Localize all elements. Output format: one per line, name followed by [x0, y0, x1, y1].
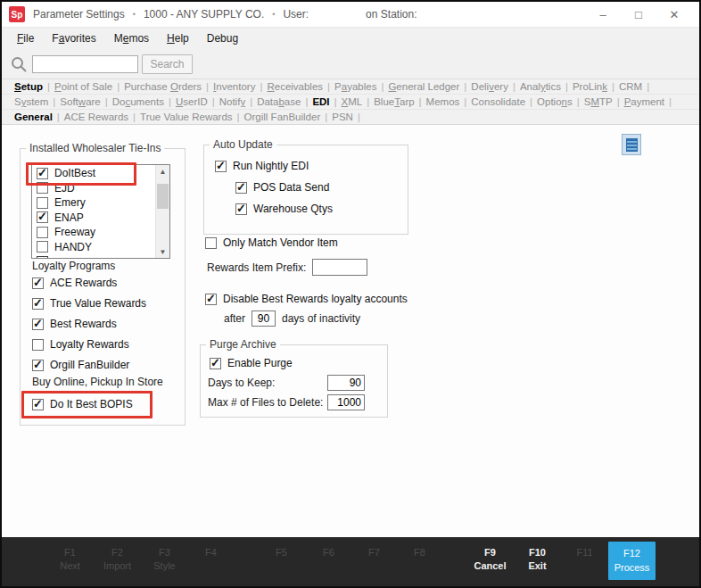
checkbox-row-best-rewards[interactable]: Best Rewards — [32, 318, 146, 330]
wholesaler-listbox[interactable]: DoItBestEJDEmeryENAPFreewayHANDY ▲ ▼ — [31, 164, 170, 259]
tab-orgill-fanbuilder[interactable]: Orgill FanBuilder — [240, 112, 326, 122]
tab-point-of-sale[interactable]: Point of Sale — [50, 81, 117, 92]
tab-xml[interactable]: XML — [337, 96, 367, 107]
checkbox-loyalty-rewards[interactable] — [32, 339, 44, 351]
checkbox-disable-best-rewards-loyalty-accounts[interactable] — [205, 294, 217, 305]
checkbox-enap[interactable] — [37, 211, 48, 223]
checkbox-row-run-nightly-edi[interactable]: Run Nightly EDI — [215, 160, 333, 172]
checkbox-row-handy[interactable]: HANDY — [32, 240, 154, 255]
tab-receivables[interactable]: Receivables — [262, 81, 327, 92]
checkbox-row-freeway[interactable]: Freeway — [32, 225, 154, 240]
tab-general[interactable]: General — [10, 112, 57, 122]
checkbox-true-value-rewards[interactable] — [32, 298, 44, 310]
tab-documents[interactable]: Documents — [108, 96, 169, 107]
checkbox-pos-data-send[interactable] — [235, 182, 247, 194]
fnkey-f10[interactable]: F10Exit — [514, 546, 561, 574]
checkbox-row-enap[interactable]: ENAP — [32, 211, 154, 226]
checkbox-warehouse-qtys[interactable] — [235, 203, 247, 215]
inactivity-days-input[interactable] — [252, 311, 276, 327]
rewards-item-prefix-row: Rewards Item Prefix: — [207, 259, 367, 276]
checkbox-handy[interactable] — [37, 241, 48, 253]
fnkey-f12[interactable]: F12Process — [608, 542, 656, 580]
menu-file[interactable]: File — [8, 32, 43, 45]
search-button[interactable]: Search — [142, 54, 193, 74]
tab-inventory[interactable]: Inventory — [209, 81, 260, 92]
tab-purchase-orders[interactable]: Purchase Orders — [120, 81, 206, 92]
checkbox-run-nightly-edi[interactable] — [215, 161, 227, 172]
checkbox-emery[interactable] — [37, 197, 48, 209]
menu-help[interactable]: Help — [158, 32, 198, 45]
checkbox-row-enable-purge[interactable]: Enable Purge — [210, 357, 293, 369]
loyalty-checkbox-list: ACE RewardsTrue Value RewardsBest Reward… — [32, 277, 146, 371]
checkbox-enable-purge[interactable] — [210, 358, 221, 369]
tab-psn[interactable]: PSN — [327, 112, 358, 122]
tab-notify[interactable]: Notify — [215, 96, 250, 107]
tab-setup[interactable]: Setup — [10, 81, 47, 92]
checkbox-freeway[interactable] — [37, 227, 48, 238]
fnkey-f1[interactable]: F1Next — [46, 546, 94, 574]
tab-crm[interactable]: CRM — [614, 81, 647, 92]
scroll-up-icon[interactable]: ▲ — [156, 165, 169, 178]
tab-payables[interactable]: Payables — [330, 81, 381, 92]
title-station-label: on Station: — [366, 8, 416, 21]
fnkey-f2[interactable]: F2Import — [94, 546, 141, 574]
tab-payment[interactable]: Payment — [620, 96, 669, 107]
menu-bar: FileFavoritesMemosHelpDebug — [2, 27, 699, 49]
tab-true-value-rewards[interactable]: True Value Rewards — [136, 112, 237, 122]
minimize-button[interactable]: – — [585, 8, 621, 21]
checkbox-row-ace-rewards[interactable]: ACE Rewards — [32, 277, 146, 289]
checkbox-row-loyalty-rewards[interactable]: Loyalty Rewards — [32, 338, 146, 351]
scrollbar-thumb[interactable] — [157, 184, 169, 209]
tab-options[interactable]: Options — [532, 96, 577, 107]
tab-system[interactable]: System — [10, 96, 53, 107]
menu-debug[interactable]: Debug — [198, 32, 247, 45]
tab-smtp[interactable]: SMTP — [580, 96, 617, 107]
tab-software[interactable]: Software — [55, 96, 104, 107]
tab-bluetarp[interactable]: BlueTarp — [369, 96, 418, 107]
checkbox-doitbest[interactable] — [37, 168, 48, 179]
checkbox-best-rewards[interactable] — [32, 319, 44, 330]
fnkey-f9[interactable]: F9Cancel — [466, 546, 514, 574]
memo-notes-icon[interactable] — [622, 134, 641, 155]
tab-database[interactable]: Database — [252, 96, 305, 107]
field-input-days-to-keep[interactable] — [327, 375, 365, 391]
checkbox-do-it-best-bopis[interactable] — [32, 399, 44, 410]
tab-memos[interactable]: Memos — [422, 96, 465, 107]
checkbox-row-orgill-fanbuilder[interactable]: Orgill FanBuilder — [32, 359, 146, 371]
search-input[interactable] — [32, 55, 138, 73]
field-input-max-of-files-to-delete[interactable] — [327, 394, 365, 410]
fnkey-f3[interactable]: F3Style — [141, 546, 188, 574]
checkbox-row-only-match-vendor-item[interactable]: Only Match Vendor Item — [205, 236, 338, 249]
tab-edi[interactable]: EDI — [308, 96, 334, 107]
checkbox-row-ejd[interactable]: EJD — [32, 181, 154, 196]
group-title: Auto Update — [210, 138, 276, 151]
tab-userid[interactable]: UserID — [171, 96, 212, 107]
checkbox-row-emery[interactable]: Emery — [32, 195, 154, 211]
maximize-button[interactable]: □ — [621, 8, 656, 21]
checkbox-ejd[interactable] — [37, 182, 48, 194]
rewards-item-prefix-input[interactable] — [312, 259, 367, 276]
checkbox-row-doitbest[interactable]: DoItBest — [32, 166, 154, 181]
menu-favorites[interactable]: Favorites — [43, 32, 104, 45]
checkbox-row-disable-best-rewards-loyalty-accounts[interactable]: Disable Best Rewards loyalty accounts — [205, 293, 408, 305]
tab-consolidate[interactable]: Consolidate — [466, 96, 530, 107]
scroll-down-icon[interactable]: ▼ — [156, 245, 169, 258]
checkbox-only-match-vendor-item[interactable] — [205, 237, 217, 249]
close-button[interactable]: ✕ — [656, 8, 692, 21]
checkbox-orgill-fanbuilder[interactable] — [32, 360, 44, 371]
tab-general-ledger[interactable]: General Ledger — [383, 81, 464, 92]
checkbox-ace-rewards[interactable] — [32, 277, 44, 289]
menu-memos[interactable]: Memos — [105, 32, 158, 45]
auto-update-group: Auto Update Run Nightly EDIPOS Data Send… — [203, 145, 408, 235]
tab-ace-rewards[interactable]: ACE Rewards — [60, 112, 133, 122]
tab-delivery[interactable]: Delivery — [466, 81, 513, 92]
checkbox-row-warehouse-qtys[interactable]: Warehouse Qtys — [235, 203, 333, 215]
tab-prolink[interactable]: ProLink — [568, 81, 612, 92]
checkbox-row-pos-data-send[interactable]: POS Data Send — [235, 181, 333, 194]
checkbox-row-true-value-rewards[interactable]: True Value Rewards — [32, 297, 146, 310]
checkbox-row-do-it-best-bopis[interactable]: Do It Best BOPIS — [32, 398, 150, 410]
tab-analytics[interactable]: Analytics — [515, 81, 565, 92]
listbox-scrollbar[interactable]: ▲ ▼ — [155, 165, 169, 258]
fnkey-code: F7 — [350, 546, 398, 559]
fnkey-label: Style — [141, 559, 188, 573]
